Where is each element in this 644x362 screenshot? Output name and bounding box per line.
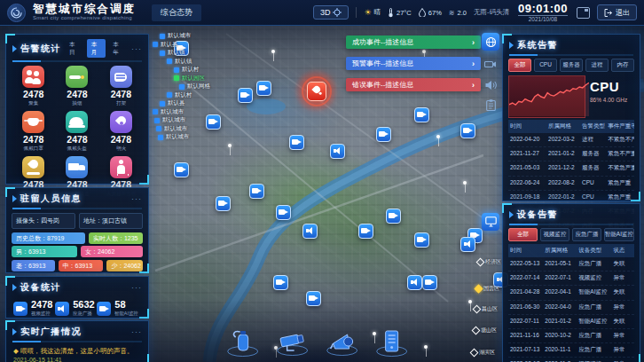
device-alarm-tab[interactable]: 应急广播 <box>572 228 601 241</box>
speaker-marker[interactable] <box>330 144 345 159</box>
period-tab[interactable]: 本日 <box>65 39 84 58</box>
cctv-3d-icon[interactable] <box>275 326 310 359</box>
map-layer-tree: 默认城市 默认县 默认镇 默认镇 默认村 默认园区 默认网格 默认村 默认县 <box>153 32 210 142</box>
camera-marker[interactable] <box>376 127 391 142</box>
more-menu-icon[interactable]: ··· <box>131 196 142 201</box>
camera-marker[interactable] <box>386 209 401 224</box>
tree-item[interactable]: 默认镇 <box>153 58 210 67</box>
table-row[interactable]: 2021-05-03 2021-12-2 服务器 不紧急严重 <box>508 161 634 176</box>
period-tab[interactable]: 本年 <box>108 39 128 58</box>
camera-marker[interactable] <box>306 291 321 306</box>
more-menu-icon[interactable]: ··· <box>131 285 142 290</box>
alarm-tile[interactable]: 2478 抽烟 <box>55 66 98 107</box>
tree-item[interactable]: 默认城市 <box>153 125 210 134</box>
table-row[interactable]: 2022-02-17 2020-11-2 视频监控 异常 <box>508 358 634 362</box>
camera-marker[interactable] <box>414 107 429 122</box>
speaker-marker[interactable] <box>407 275 422 290</box>
device-alarm-tab[interactable]: 视频监控 <box>540 228 569 241</box>
alarm-tile[interactable]: 2478 佩戴口罩 <box>12 111 55 153</box>
table-row[interactable]: 2022-07-14 2022-07-1 视频监控 异常 <box>508 272 634 286</box>
alarm-marker[interactable] <box>307 82 326 101</box>
sensor-dot[interactable] <box>463 181 467 185</box>
tree-item[interactable]: 默认城市 <box>153 32 210 41</box>
speaker-marker[interactable] <box>460 237 475 252</box>
table-row[interactable]: 2021-11-27 2021-01-2 服务器 紧急不严重 <box>508 147 634 161</box>
tree-item[interactable]: 默认县 <box>153 99 210 108</box>
table-row[interactable]: 2022-06-24 2022-08-2 CPU 紧急严重 <box>508 177 634 191</box>
server-3d-icon[interactable] <box>374 326 410 359</box>
table-row[interactable]: 2021-07-13 2020-11-1 应急广播 异常 <box>508 343 634 358</box>
event-toast[interactable]: 错误事件--描述信息 › <box>346 78 481 91</box>
nav-tab-overview[interactable]: 综合态势 <box>152 4 201 21</box>
extinguisher-3d-icon[interactable] <box>225 326 261 359</box>
tree-item[interactable]: 默认网格 <box>153 83 210 91</box>
device-alarm-tab[interactable]: 智能AI监控 <box>604 228 634 241</box>
table-row[interactable]: 2022-07-11 2021-01-2 智能AI监控 失联 <box>508 315 634 329</box>
table-row[interactable]: 2021-11-16 2020-10-2 应急广播 异常 <box>508 329 634 343</box>
tree-item[interactable]: 默认镇 <box>153 49 210 58</box>
table-row[interactable]: 2021-04-28 2022-04-1 智能AI监控 失联 <box>508 286 634 300</box>
chevron-right-icon[interactable]: › <box>472 81 475 90</box>
period-tab[interactable]: 本月 <box>87 39 106 58</box>
camera-marker[interactable] <box>276 205 291 220</box>
table-row[interactable]: 2022-05-13 2021-05-1 应急广播 失联 <box>508 257 634 272</box>
sensor-dot[interactable] <box>228 144 232 147</box>
camera-marker[interactable] <box>256 81 271 96</box>
speaker-marker[interactable] <box>302 224 318 239</box>
mode-3d-button[interactable]: 3D <box>313 5 349 20</box>
camera-marker[interactable] <box>414 232 429 248</box>
speaker-icon[interactable] <box>484 78 498 91</box>
tree-item[interactable]: 默认园区 <box>153 75 210 83</box>
system-alarm-tab[interactable]: 全部 <box>508 59 531 72</box>
camera-marker[interactable] <box>238 88 253 103</box>
alarm-tile[interactable]: 2478 明火 <box>99 111 143 153</box>
chevron-right-icon[interactable]: › <box>472 59 475 68</box>
camera-marker[interactable] <box>249 184 264 199</box>
sensor-dot[interactable] <box>271 50 275 53</box>
district-label[interactable]: 塘山区 <box>473 327 497 334</box>
table-row[interactable]: 2021-06-30 2022-04-0 应急广播 异常 <box>508 301 634 315</box>
camera-marker[interactable] <box>216 196 231 211</box>
table-row[interactable]: 2022-04-20 2022-03-2 进程 不紧急不严重 <box>508 133 634 147</box>
camera-icon[interactable] <box>484 58 498 71</box>
event-toast[interactable]: 成功事件--描述信息 › <box>346 35 481 49</box>
system-alarm-tab[interactable]: 服务器 <box>560 59 583 72</box>
clipboard-icon[interactable] <box>484 98 498 112</box>
tree-item[interactable]: 默认城市 <box>153 108 210 117</box>
sensor-dot[interactable] <box>468 300 472 303</box>
megaphone-3d-icon[interactable] <box>325 326 360 359</box>
alarm-tile[interactable]: 2478 打架 <box>99 66 143 107</box>
camera-marker[interactable] <box>174 162 189 177</box>
camera-marker[interactable] <box>460 123 475 138</box>
system-alarm-tab[interactable]: 进程 <box>585 59 609 72</box>
camera-marker[interactable] <box>358 224 373 239</box>
more-menu-icon[interactable]: ··· <box>131 46 142 51</box>
system-alarm-tab[interactable]: 内存 <box>611 59 634 72</box>
district-label[interactable]: 国营区 <box>475 285 499 293</box>
device-alarm-tab[interactable]: 全部 <box>508 228 538 241</box>
monitor-icon[interactable] <box>482 213 499 231</box>
event-toast[interactable]: 预警事件--描述信息 › <box>346 57 481 70</box>
tree-item[interactable]: 默认县 <box>153 41 210 50</box>
tree-item[interactable]: 默认村 <box>153 91 210 100</box>
more-menu-icon[interactable]: ··· <box>131 329 142 334</box>
camera-marker[interactable] <box>289 135 304 150</box>
fullscreen-icon[interactable] <box>577 7 590 19</box>
tree-item[interactable]: 默认城市 <box>153 116 210 125</box>
logout-button[interactable]: 退出 <box>597 4 637 20</box>
chevron-right-icon[interactable]: › <box>472 38 475 47</box>
tree-item[interactable]: 默认村 <box>153 66 210 75</box>
alarm-tile[interactable]: 2478 聚集 <box>12 66 55 107</box>
system-alarm-tab[interactable]: CPU <box>534 59 557 72</box>
district-label[interactable]: 经济区 <box>477 258 501 266</box>
sensor-dot[interactable] <box>422 50 426 53</box>
alarm-tile[interactable]: 2478 佩戴头盔 <box>55 111 98 153</box>
camera-marker[interactable] <box>273 275 288 290</box>
device-stat: 58 智能AI监控 <box>97 300 141 318</box>
district-label[interactable]: 湖滨区 <box>471 349 495 357</box>
tree-item[interactable]: 默认城市 <box>153 133 210 142</box>
sensor-dot[interactable] <box>436 135 440 138</box>
district-label[interactable]: 昌山区 <box>474 305 498 313</box>
camera-marker[interactable] <box>422 275 437 290</box>
globe-icon[interactable] <box>482 33 499 51</box>
